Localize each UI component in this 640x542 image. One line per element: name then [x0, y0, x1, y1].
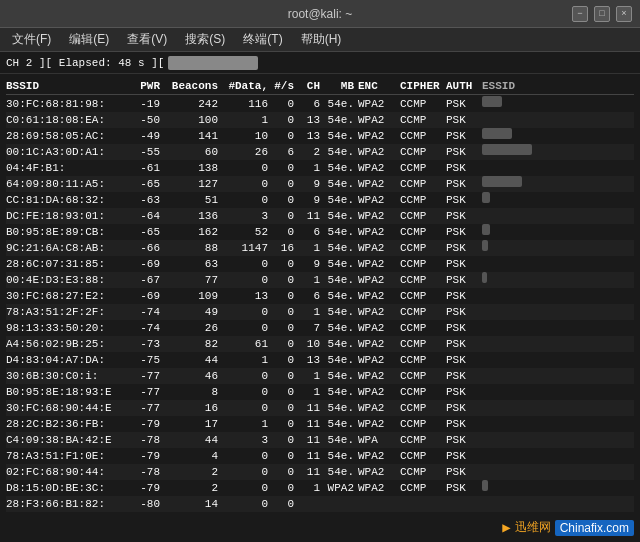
cell-ch: 13: [298, 352, 324, 368]
cell-auth: PSK: [446, 128, 482, 144]
cell-ps: 0: [272, 352, 298, 368]
cell-enc: [358, 496, 400, 512]
cell-bssid: A4:56:02:9B:25:: [6, 336, 124, 352]
cell-ps: 0: [272, 128, 298, 144]
status-text: CH 2 ][ Elapsed: 48 s ][: [6, 57, 164, 69]
cell-cipher: CCMP: [400, 128, 446, 144]
cell-cipher: CCMP: [400, 192, 446, 208]
minimize-button[interactable]: −: [572, 6, 588, 22]
col-header-mb: MB: [324, 80, 358, 92]
cell-mb: 54e.: [324, 272, 358, 288]
cell-enc: WPA2: [358, 176, 400, 192]
cell-mb: 54e.: [324, 368, 358, 384]
cell-essid: [482, 272, 634, 288]
cell-pwr: -69: [124, 256, 166, 272]
cell-ch: 1: [298, 304, 324, 320]
cell-auth: PSK: [446, 208, 482, 224]
cell-data: 1: [224, 416, 272, 432]
cell-data: 0: [224, 272, 272, 288]
menu-item[interactable]: 搜索(S): [177, 29, 233, 50]
cell-mb: 54e.: [324, 144, 358, 160]
cell-cipher: CCMP: [400, 272, 446, 288]
cell-data: 3: [224, 432, 272, 448]
essid-blurred: [482, 176, 522, 187]
cell-ps: 0: [272, 288, 298, 304]
cell-auth: PSK: [446, 320, 482, 336]
menu-item[interactable]: 文件(F): [4, 29, 59, 50]
watermark: ▶ 迅维网 Chinafix.com: [502, 519, 634, 536]
cell-enc: WPA2: [358, 240, 400, 256]
cell-data: 3: [224, 208, 272, 224]
cell-auth: PSK: [446, 336, 482, 352]
cell-ps: 0: [272, 224, 298, 240]
cell-data: 0: [224, 464, 272, 480]
cell-beacons: 4: [166, 448, 224, 464]
table-row: B0:95:8E:89:CB:-65162520654e.WPA2CCMPPSK: [6, 224, 634, 240]
cell-data: 0: [224, 176, 272, 192]
cell-essid: [482, 128, 634, 144]
table-row: CC:81:DA:68:32:-635100954e.WPA2CCMPPSK: [6, 192, 634, 208]
col-header-bssid: BSSID: [6, 80, 124, 92]
cell-mb: 54e.: [324, 224, 358, 240]
maximize-button[interactable]: □: [594, 6, 610, 22]
menu-bar: 文件(F)编辑(E)查看(V)搜索(S)终端(T)帮助(H): [0, 28, 640, 52]
essid-blurred: [482, 144, 532, 155]
menu-item[interactable]: 帮助(H): [293, 29, 350, 50]
cell-ps: 0: [272, 96, 298, 112]
cell-ps: 0: [272, 336, 298, 352]
cell-bssid: 28:6C:07:31:85:: [6, 256, 124, 272]
table-row: 28:2C:B2:36:FB:-7917101154e.WPA2CCMPPSK: [6, 416, 634, 432]
cell-bssid: C0:61:18:08:EA:: [6, 112, 124, 128]
essid-blurred: [482, 128, 512, 139]
watermark-arrow: ▶: [502, 519, 510, 536]
cell-auth: PSK: [446, 256, 482, 272]
cell-ch: 1: [298, 160, 324, 176]
cell-bssid: 04:4F:B1:: [6, 160, 124, 176]
cell-beacons: 26: [166, 320, 224, 336]
table-row: 00:4E:D3:E3:88:-677700154e.WPA2CCMPPSK: [6, 272, 634, 288]
close-button[interactable]: ×: [616, 6, 632, 22]
cell-essid: [482, 432, 634, 448]
menu-item[interactable]: 编辑(E): [61, 29, 117, 50]
table-row: 04:4F:B1:-6113800154e.WPA2CCMPPSK: [6, 160, 634, 176]
cell-data: 0: [224, 480, 272, 496]
cell-auth: [446, 496, 482, 512]
cell-beacons: 49: [166, 304, 224, 320]
cell-beacons: 14: [166, 496, 224, 512]
cell-beacons: 88: [166, 240, 224, 256]
cell-cipher: CCMP: [400, 320, 446, 336]
menu-item[interactable]: 终端(T): [235, 29, 290, 50]
cell-pwr: -55: [124, 144, 166, 160]
cell-beacons: 109: [166, 288, 224, 304]
cell-cipher: CCMP: [400, 256, 446, 272]
cell-beacons: 136: [166, 208, 224, 224]
window-controls[interactable]: − □ ×: [572, 6, 632, 22]
cell-cipher: CCMP: [400, 352, 446, 368]
table-row: 98:13:33:50:20:-742600754e.WPA2CCMPPSK: [6, 320, 634, 336]
cell-bssid: 30:6B:30:C0:i:: [6, 368, 124, 384]
cell-pwr: -77: [124, 368, 166, 384]
cell-ch: 9: [298, 176, 324, 192]
cell-ch: 11: [298, 448, 324, 464]
cell-bssid: 64:09:80:11:A5:: [6, 176, 124, 192]
cell-ch: 11: [298, 400, 324, 416]
cell-pwr: -79: [124, 480, 166, 496]
cell-auth: PSK: [446, 480, 482, 496]
cell-pwr: -64: [124, 208, 166, 224]
cell-auth: PSK: [446, 368, 482, 384]
cell-ps: 16: [272, 240, 298, 256]
cell-pwr: -65: [124, 176, 166, 192]
table-row: C0:61:18:08:EA:-50100101354e.WPA2CCMPPSK: [6, 112, 634, 128]
cell-ch: 1: [298, 384, 324, 400]
cell-auth: PSK: [446, 304, 482, 320]
cell-essid: [482, 224, 634, 240]
menu-item[interactable]: 查看(V): [119, 29, 175, 50]
cell-pwr: -78: [124, 464, 166, 480]
cell-beacons: 162: [166, 224, 224, 240]
cell-data: 0: [224, 384, 272, 400]
cell-ch: 6: [298, 224, 324, 240]
cell-essid: [482, 112, 634, 128]
table-row: 28:6C:07:31:85:-696300954e.WPA2CCMPPSK: [6, 256, 634, 272]
cell-data: 0: [224, 320, 272, 336]
cell-auth: PSK: [446, 160, 482, 176]
